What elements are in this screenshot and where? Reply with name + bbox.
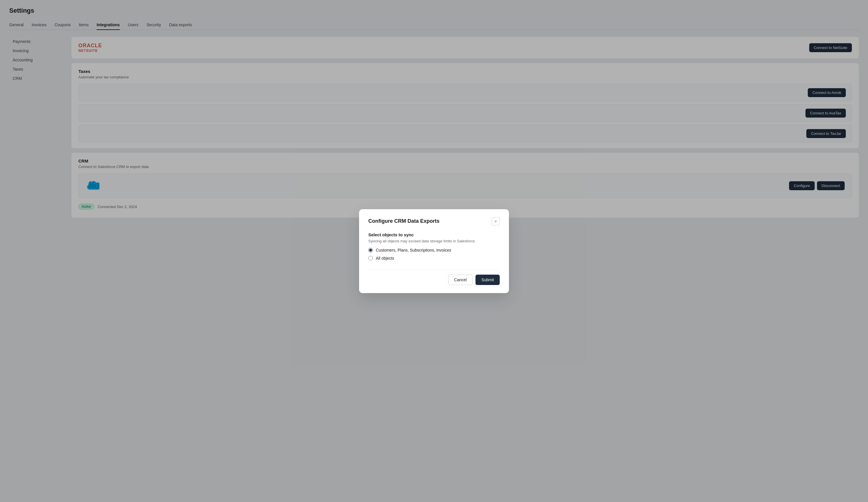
modal-body: Select objects to sync Syncing all objec… [368,232,500,260]
radio-specific-objects[interactable]: Customers, Plans, Subscriptions, Invoice… [368,248,500,253]
modal-title: Configure CRM Data Exports [368,218,440,224]
modal-header: Configure CRM Data Exports × [368,217,500,225]
radio-specific-label: Customers, Plans, Subscriptions, Invoice… [376,248,451,253]
configure-crm-modal: Configure CRM Data Exports × Select obje… [359,209,509,293]
cancel-button[interactable]: Cancel [448,275,473,285]
modal-footer: Cancel Submit [368,270,500,285]
radio-all-label: All objects [376,256,394,260]
select-objects-title: Select objects to sync [368,232,500,237]
submit-button[interactable]: Submit [475,275,500,285]
close-icon: × [495,219,497,224]
select-objects-desc: Syncing all objects may exceed data stor… [368,239,500,243]
sync-options-group: Customers, Plans, Subscriptions, Invoice… [368,248,500,260]
radio-all-input[interactable] [368,256,373,260]
modal-overlay[interactable]: Configure CRM Data Exports × Select obje… [0,0,868,502]
radio-all-objects[interactable]: All objects [368,256,500,260]
radio-specific-input[interactable] [368,248,373,253]
modal-close-button[interactable]: × [492,217,500,225]
